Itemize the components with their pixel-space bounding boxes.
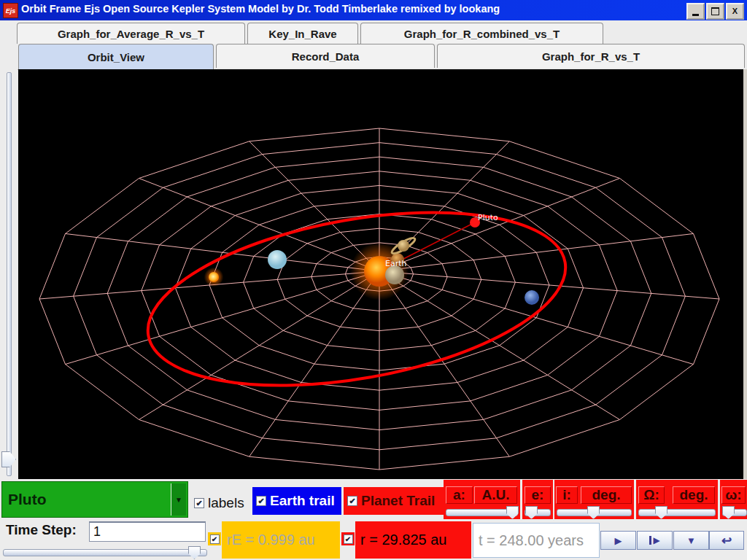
restore-button[interactable] (706, 3, 724, 20)
earth-r-checkbox-bg: ✔ (208, 532, 221, 545)
param-panel-i: i: deg. (554, 480, 634, 519)
param-omega-label: ω: (721, 486, 746, 504)
param-a-label: a: (446, 486, 473, 504)
param-omega-cap-label: Ω: (638, 486, 665, 504)
earth-trail-toggle[interactable]: ✔ Earth trail (252, 487, 341, 515)
chevron-down-icon[interactable]: ▼ (171, 483, 186, 516)
minimize-icon (692, 14, 699, 16)
view-zoom-slider-thumb[interactable] (1, 451, 16, 467)
planet-trail-ellipse (134, 184, 578, 413)
param-i-label: i: (556, 486, 578, 504)
step-icon (649, 536, 651, 545)
planet-r-checkbox-bg: ✔ (341, 532, 355, 545)
planet-r-readout: r = 29.825 au (355, 521, 471, 559)
close-button[interactable]: X (726, 3, 744, 20)
window-title: Orbit Frame Ejs Open Source Kepler Syste… (21, 3, 500, 15)
labels-checkbox-label: labels (208, 495, 244, 511)
reset-button[interactable]: ↩ (709, 531, 744, 550)
param-panel-e: e: (522, 480, 553, 519)
param-panel-omega-cap: Ω: deg. (636, 480, 718, 519)
planet-dropdown-value: Pluto (8, 482, 47, 517)
ejs-app-icon: Ejs (3, 3, 18, 18)
labels-checkbox-group[interactable]: ✔ labels (194, 495, 244, 511)
tab-key-in-rave[interactable]: Key_In_Rave (247, 23, 358, 44)
earth-trail-checkbox[interactable]: ✔ (256, 496, 266, 506)
param-e-slider-thumb[interactable] (525, 506, 538, 519)
earth-r-checkbox[interactable]: ✔ (210, 534, 220, 544)
param-panel-omega: ω: (720, 480, 747, 519)
param-i-slider-thumb[interactable] (587, 506, 600, 519)
play-icon: ▶ (615, 535, 622, 546)
close-icon: X (732, 7, 738, 15)
play-button[interactable]: ▶ (600, 531, 636, 550)
param-a-slider-thumb[interactable] (506, 506, 519, 519)
param-a-unit: A.U. (474, 486, 517, 504)
orbit-3d-canvas[interactable]: EarthPluto (18, 69, 743, 479)
time-step-slider-thumb[interactable] (188, 546, 201, 559)
param-omega-cap-slider-track[interactable] (638, 509, 716, 516)
saturn (390, 236, 417, 256)
tab-graph-for-r-combined-vs-t[interactable]: Graph_for_R_combined_vs_T (360, 23, 603, 44)
expand-button[interactable]: ▼ (673, 531, 709, 550)
planet-r-checkbox[interactable]: ✔ (344, 534, 353, 544)
chevron-down-icon: ▼ (686, 535, 696, 546)
uranus (268, 250, 287, 269)
param-omega-cap-unit: deg. (673, 486, 715, 504)
planet-dropdown[interactable]: Pluto ▼ (1, 481, 188, 518)
neptune (525, 290, 539, 305)
time-step-slider-track[interactable] (3, 549, 207, 556)
time-step-label: Time Step: (6, 522, 77, 538)
param-e-label: e: (525, 486, 551, 504)
labels-checkbox[interactable]: ✔ (194, 498, 204, 508)
minimize-button[interactable] (686, 3, 705, 20)
tab-graph-for-average-r-vs-t[interactable]: Graph_for_Average_R_vs_T (17, 23, 245, 44)
tab-orbit-view[interactable]: Orbit_View (18, 44, 214, 69)
planet-trail-checkbox[interactable]: ✔ (347, 496, 357, 506)
param-omega-slider-thumb[interactable] (722, 506, 735, 519)
earth-r-readout: rE = 0.999 au (222, 521, 340, 559)
time-step-input[interactable] (89, 521, 206, 542)
param-omega-cap-slider-thumb[interactable] (655, 506, 667, 519)
planet-trail-label: Planet Trail (361, 493, 435, 509)
step-button[interactable]: ▶ (637, 531, 673, 550)
view-zoom-slider-track[interactable] (7, 72, 12, 476)
title-bar[interactable]: Ejs Orbit Frame Ejs Open Source Kepler S… (0, 0, 747, 20)
tab-graph-for-r-vs-t[interactable]: Graph_for_R_vs_T (437, 44, 745, 68)
time-readout: t = 248.00 years (473, 523, 600, 558)
earth-trail-label: Earth trail (270, 493, 335, 509)
application-window: Ejs Orbit Frame Ejs Open Source Kepler S… (0, 0, 747, 560)
body-label-earth: Earth (385, 259, 407, 268)
body-label-pluto: Pluto (478, 213, 498, 222)
planet-trail-toggle[interactable]: ✔ Planet Trail (344, 487, 445, 515)
orange-glow-body (204, 268, 224, 287)
reset-icon: ↩ (721, 533, 732, 548)
view-zoom-slider[interactable] (0, 69, 18, 479)
control-panel: Pluto ▼ ✔ labels ✔ Earth trail ✔ Planet … (0, 479, 747, 560)
tab-record-data[interactable]: Record_Data (216, 44, 435, 68)
restore-icon (711, 7, 719, 15)
orbit-scene[interactable]: EarthPluto (18, 69, 743, 479)
param-panel-a: a: A.U. (444, 480, 520, 519)
param-i-unit: deg. (581, 486, 632, 504)
